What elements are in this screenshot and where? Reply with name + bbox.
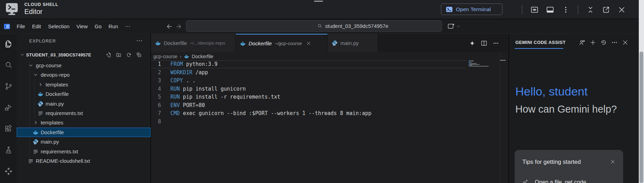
pen-spark-icon: [522, 179, 529, 183]
search-value: student_03_359dc574957e: [325, 23, 388, 29]
tips-item[interactable]: Open a file, get code: [522, 179, 586, 183]
tab-Dockerfile[interactable]: Dockerfile~/gcp-course: [236, 34, 328, 52]
tree-item-devops-repo[interactable]: devops-repo: [17, 70, 151, 79]
gemini-toggle-icon[interactable]: [447, 22, 461, 30]
chevron-right-icon: [38, 82, 43, 87]
drag-handle[interactable]: [314, 1, 323, 2]
chevron-down-icon: [456, 24, 461, 29]
code-text: CMD exec gunicorn --bind :$PORT --worker…: [170, 109, 371, 118]
breadcrumb[interactable]: gcp-course › Dockerfile: [153, 52, 214, 60]
code-line[interactable]: 1FROM python:3.9: [151, 60, 499, 69]
browser-scrollbar-thumb[interactable]: [639, 52, 643, 183]
new-folder-icon[interactable]: [116, 52, 122, 58]
tree-item-requirements.txt[interactable]: requirements.txt: [17, 147, 151, 156]
menu-more[interactable]: ⋯: [122, 23, 134, 30]
chevron-down-icon: [19, 52, 25, 58]
minimap[interactable]: [469, 60, 493, 68]
docker-icon: [155, 40, 161, 46]
tree-item-main.py[interactable]: main.py: [17, 99, 151, 108]
tab-Dockerfile[interactable]: Dockerfile~/.../devops-repo: [151, 34, 236, 52]
menubar: FileEditSelectionViewGoRun⋯ student_03_3…: [0, 19, 644, 34]
collapse-all-icon[interactable]: [136, 52, 142, 58]
tab-main.py[interactable]: main.py: [328, 34, 378, 52]
panel-icon[interactable]: [546, 6, 554, 14]
divider: [522, 5, 522, 14]
tree-item-templates[interactable]: templates: [17, 118, 151, 127]
explorer-icon[interactable]: [4, 39, 13, 48]
menu-go[interactable]: Go: [91, 23, 105, 29]
cloud-code-icon[interactable]: [4, 167, 13, 176]
menu-run[interactable]: Run: [105, 23, 122, 29]
menu-selection[interactable]: Selection: [45, 23, 73, 29]
file-tree: gcp-coursedevops-repotemplatesDockerfile…: [17, 61, 151, 183]
code-line[interactable]: 4RUN pip install gunicorn: [151, 85, 499, 93]
code-text: COPY . .: [170, 77, 195, 85]
tree-root-label: STUDENT_03_359DC574957E: [26, 52, 91, 58]
gemini-sparkle-icon[interactable]: [469, 40, 476, 47]
tree-item-requirements.txt[interactable]: requirements.txt: [17, 108, 151, 118]
tree-item-Dockerfile[interactable]: Dockerfile: [17, 89, 151, 99]
kebab-vertical-icon[interactable]: [562, 6, 570, 14]
web-preview-icon[interactable]: [530, 6, 539, 14]
back-icon[interactable]: [166, 23, 173, 30]
agent-icon[interactable]: [579, 39, 586, 46]
line-number: 6: [151, 101, 161, 110]
close-icon[interactable]: [618, 6, 626, 14]
extensions-icon[interactable]: [4, 124, 13, 133]
source-control-icon[interactable]: [4, 82, 13, 91]
tree-item-README-cloudshell.txt[interactable]: README-cloudshell.txt: [17, 156, 151, 166]
code-line[interactable]: 3COPY . .: [151, 77, 499, 85]
code-line[interactable]: 6ENV PORT=80: [151, 101, 499, 110]
line-number: 7: [151, 109, 161, 118]
split-editor-icon[interactable]: [481, 40, 488, 47]
close-icon[interactable]: [610, 159, 615, 165]
tree-item-label: requirements.txt: [41, 148, 78, 154]
page-title: Editor: [24, 8, 42, 16]
menu-edit[interactable]: Edit: [29, 23, 45, 29]
open-terminal-button[interactable]: Open Terminal: [441, 3, 502, 15]
chevron-right-icon: [33, 120, 39, 125]
search-input[interactable]: student_03_359dc574957e: [186, 20, 442, 32]
menu-view[interactable]: View: [73, 23, 91, 29]
chevron-down-icon: [33, 72, 39, 78]
test-flask-icon[interactable]: [4, 146, 13, 154]
code-line[interactable]: 7CMD exec gunicorn --bind :$PORT --worke…: [151, 109, 499, 118]
kebab-horizontal-icon[interactable]: [492, 40, 499, 47]
refresh-icon[interactable]: [126, 52, 132, 58]
breadcrumb-file[interactable]: Dockerfile: [192, 54, 213, 59]
line-number: 2: [151, 69, 161, 77]
search-icon[interactable]: [4, 61, 13, 69]
code-line[interactable]: 5RUN pip install -r requirements.txt: [151, 93, 499, 101]
history-icon[interactable]: [600, 39, 607, 46]
minimap-line: [469, 67, 493, 68]
open-in-new-icon[interactable]: [602, 6, 610, 14]
forward-icon[interactable]: [175, 23, 182, 30]
python-icon: [332, 40, 338, 46]
plus-icon[interactable]: [589, 39, 596, 46]
menu-logo-icon[interactable]: [3, 23, 10, 30]
line-number: 8: [151, 118, 161, 126]
menu-file[interactable]: File: [13, 23, 29, 29]
topbar: CLOUD SHELL Editor Open Terminal: [0, 0, 644, 19]
explorer-more-button[interactable]: ⋯: [136, 37, 142, 44]
code-line[interactable]: 2WORKDIR /app: [151, 69, 499, 77]
tips-title: Tips for getting started: [522, 159, 581, 166]
close-icon[interactable]: [306, 41, 311, 46]
breadcrumb-folder[interactable]: gcp-course: [153, 54, 177, 59]
tree-item-label: README-cloudshell.txt: [36, 158, 90, 164]
terminal-icon: [446, 6, 453, 13]
minimap-token: [470, 60, 474, 61]
tab-description: ~/.../devops-repo: [190, 40, 225, 46]
collapse-icon[interactable]: [586, 6, 595, 14]
tree-item-main.py[interactable]: main.py: [17, 137, 151, 146]
code-text: RUN pip install -r requirements.txt: [170, 93, 280, 101]
tree-item-Dockerfile[interactable]: Dockerfile: [17, 128, 151, 137]
tree-item-templates[interactable]: templates: [17, 80, 151, 89]
tree-item-gcp-course[interactable]: gcp-course: [17, 61, 151, 70]
code-line[interactable]: 8: [151, 118, 499, 126]
kebab-horizontal-icon[interactable]: [611, 39, 618, 46]
close-icon[interactable]: [622, 39, 629, 46]
new-file-icon[interactable]: [106, 52, 112, 58]
minimap-token: [469, 65, 470, 66]
run-debug-icon[interactable]: [4, 103, 13, 112]
